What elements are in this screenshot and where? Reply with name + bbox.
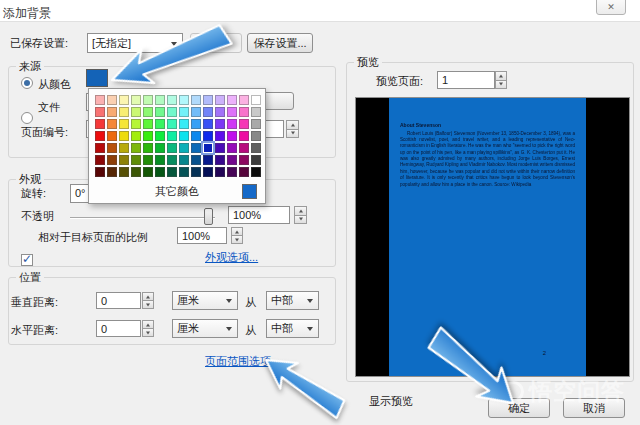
palette-color-cell[interactable] xyxy=(155,95,165,105)
palette-color-cell[interactable] xyxy=(131,131,141,141)
delete-button[interactable]: 删除 xyxy=(190,33,242,53)
vertical-unit-select[interactable]: 厘米 xyxy=(172,291,238,310)
page-range-options-link[interactable]: 页面范围选项... xyxy=(205,354,280,369)
palette-color-cell[interactable] xyxy=(119,143,129,153)
palette-color-cell[interactable] xyxy=(179,119,189,129)
palette-color-cell[interactable] xyxy=(215,95,225,105)
opacity-slider-thumb[interactable] xyxy=(204,208,213,225)
palette-color-cell[interactable] xyxy=(155,143,165,153)
palette-color-cell[interactable] xyxy=(143,107,153,117)
palette-color-cell[interactable] xyxy=(203,155,213,165)
palette-color-cell[interactable] xyxy=(119,167,129,177)
palette-color-cell[interactable] xyxy=(179,95,189,105)
palette-color-cell[interactable] xyxy=(95,107,105,117)
palette-color-cell[interactable] xyxy=(131,107,141,117)
palette-color-cell[interactable] xyxy=(227,143,237,153)
palette-color-cell[interactable] xyxy=(107,167,117,177)
color-swatch-button[interactable] xyxy=(86,69,108,87)
palette-color-cell[interactable] xyxy=(95,95,105,105)
from-file-radio[interactable] xyxy=(21,112,33,124)
spinner-down-icon[interactable] xyxy=(142,328,154,337)
palette-color-cell[interactable] xyxy=(167,143,177,153)
palette-color-cell[interactable] xyxy=(191,107,201,117)
vertical-anchor-select[interactable]: 中部 xyxy=(266,291,319,310)
palette-color-cell[interactable] xyxy=(215,155,225,165)
palette-color-cell[interactable] xyxy=(179,167,189,177)
palette-color-cell[interactable] xyxy=(143,95,153,105)
horizontal-anchor-select[interactable]: 中部 xyxy=(266,319,319,338)
preview-page-field[interactable]: 1 xyxy=(437,71,495,89)
appearance-options-link[interactable]: 外观选项... xyxy=(205,250,258,265)
palette-color-cell[interactable] xyxy=(167,131,177,141)
scale-field[interactable]: 100% xyxy=(177,227,227,244)
palette-color-cell[interactable] xyxy=(155,131,165,141)
opacity-field[interactable]: 100% xyxy=(228,206,290,224)
other-colors-button[interactable]: 其它颜色 xyxy=(155,185,199,198)
palette-color-cell[interactable] xyxy=(203,119,213,129)
palette-color-cell[interactable] xyxy=(95,167,105,177)
cancel-button[interactable]: 取消 xyxy=(563,398,625,418)
browse-button[interactable] xyxy=(262,92,294,110)
palette-color-cell[interactable] xyxy=(107,143,117,153)
from-color-radio[interactable] xyxy=(21,77,33,89)
palette-color-cell[interactable] xyxy=(203,167,213,177)
palette-color-cell[interactable] xyxy=(119,131,129,141)
palette-color-cell[interactable] xyxy=(227,107,237,117)
horizontal-distance-field[interactable]: 0 xyxy=(96,320,141,337)
palette-color-cell[interactable] xyxy=(203,143,213,153)
palette-color-cell[interactable] xyxy=(95,155,105,165)
opacity-slider-track[interactable] xyxy=(70,217,215,219)
palette-color-cell[interactable] xyxy=(227,119,237,129)
scale-relative-checkbox[interactable] xyxy=(21,254,33,266)
horizontal-unit-select[interactable]: 厘米 xyxy=(172,319,238,338)
palette-color-cell[interactable] xyxy=(155,155,165,165)
palette-color-cell[interactable] xyxy=(239,119,249,129)
palette-color-cell[interactable] xyxy=(143,119,153,129)
palette-color-cell[interactable] xyxy=(251,143,261,153)
palette-color-cell[interactable] xyxy=(251,155,261,165)
palette-color-cell[interactable] xyxy=(191,119,201,129)
palette-color-cell[interactable] xyxy=(191,143,201,153)
palette-color-cell[interactable] xyxy=(179,143,189,153)
palette-color-cell[interactable] xyxy=(143,131,153,141)
palette-color-cell[interactable] xyxy=(179,131,189,141)
palette-color-cell[interactable] xyxy=(215,143,225,153)
palette-color-cell[interactable] xyxy=(131,155,141,165)
palette-color-cell[interactable] xyxy=(167,155,177,165)
palette-color-cell[interactable] xyxy=(251,107,261,117)
spinner-down-icon[interactable] xyxy=(231,235,243,244)
spinner-down-icon[interactable] xyxy=(294,215,307,225)
palette-color-cell[interactable] xyxy=(107,107,117,117)
palette-color-cell[interactable] xyxy=(239,107,249,117)
palette-color-cell[interactable] xyxy=(215,107,225,117)
ok-button[interactable]: 确定 xyxy=(488,398,550,418)
palette-color-cell[interactable] xyxy=(227,131,237,141)
palette-color-cell[interactable] xyxy=(191,95,201,105)
spinner-down-icon[interactable] xyxy=(495,80,507,90)
palette-color-cell[interactable] xyxy=(107,131,117,141)
palette-color-cell[interactable] xyxy=(239,95,249,105)
palette-color-cell[interactable] xyxy=(107,119,117,129)
palette-color-cell[interactable] xyxy=(143,167,153,177)
palette-color-cell[interactable] xyxy=(239,167,249,177)
save-settings-button[interactable]: 保存设置... xyxy=(247,33,313,53)
palette-color-cell[interactable] xyxy=(167,107,177,117)
spinner-down-icon[interactable] xyxy=(142,300,154,309)
saved-settings-select[interactable]: [无指定] xyxy=(87,33,183,53)
palette-color-cell[interactable] xyxy=(239,155,249,165)
palette-color-cell[interactable] xyxy=(131,95,141,105)
spinner-down-icon[interactable] xyxy=(286,129,299,139)
palette-color-cell[interactable] xyxy=(203,107,213,117)
palette-color-cell[interactable] xyxy=(95,143,105,153)
palette-color-cell[interactable] xyxy=(95,131,105,141)
palette-color-cell[interactable] xyxy=(167,95,177,105)
palette-color-cell[interactable] xyxy=(227,155,237,165)
palette-color-cell[interactable] xyxy=(239,131,249,141)
palette-color-cell[interactable] xyxy=(167,167,177,177)
palette-color-cell[interactable] xyxy=(251,131,261,141)
close-button[interactable]: ✕ xyxy=(596,0,626,15)
palette-color-cell[interactable] xyxy=(179,155,189,165)
palette-color-cell[interactable] xyxy=(107,95,117,105)
palette-color-cell[interactable] xyxy=(239,143,249,153)
palette-color-cell[interactable] xyxy=(179,107,189,117)
